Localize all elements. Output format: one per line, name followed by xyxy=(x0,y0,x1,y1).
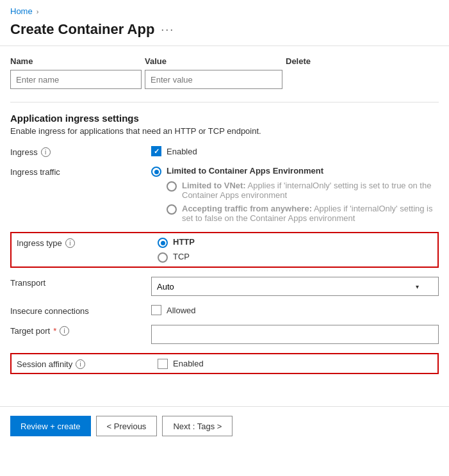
ingress-type-info-icon[interactable]: i xyxy=(65,238,75,248)
type-option-http: HTTP xyxy=(158,237,432,248)
ingress-type-label: Ingress type i xyxy=(17,237,158,248)
ingress-control: Enabled xyxy=(151,146,439,156)
name-field-wrapper xyxy=(10,70,142,89)
table-headers: Name Value Delete xyxy=(10,56,439,66)
target-port-label: Target port * i xyxy=(10,325,151,336)
ingress-enabled-wrapper: Enabled xyxy=(151,146,439,156)
transport-row: Transport Auto ▾ xyxy=(10,277,439,296)
ingress-row: Ingress i Enabled xyxy=(10,146,439,157)
ingress-traffic-row: Ingress traffic Limited to Container App… xyxy=(10,166,439,223)
traffic-radio-group: Limited to Container Apps Environment Li… xyxy=(151,166,439,223)
type-label-http: HTTP xyxy=(173,237,195,247)
value-field-wrapper xyxy=(145,70,282,89)
col-value-header: Value xyxy=(145,56,286,66)
traffic-radio-vnet[interactable] xyxy=(167,181,177,192)
review-create-button[interactable]: Review + create xyxy=(10,416,91,436)
ingress-traffic-label: Ingress traffic xyxy=(10,166,151,177)
target-port-row: Target port * i 80 xyxy=(10,325,439,344)
traffic-option-anywhere: Accepting traffic from anywhere: Applies… xyxy=(167,204,439,223)
traffic-vnet-bold: Limited to VNet: xyxy=(182,181,246,190)
transport-value: Auto xyxy=(157,282,174,291)
session-affinity-row: Session affinity i Enabled xyxy=(10,353,439,374)
footer: Review + create < Previous Next : Tags > xyxy=(0,407,449,445)
session-info-icon[interactable]: i xyxy=(76,359,85,369)
section-divider xyxy=(10,102,439,103)
previous-button[interactable]: < Previous xyxy=(96,416,158,436)
session-affinity-checkbox[interactable] xyxy=(158,359,168,369)
traffic-label-anywhere: Accepting traffic from anywhere: Applies… xyxy=(182,204,439,223)
env-var-row xyxy=(10,70,439,89)
page-title-area: Create Container App ··· xyxy=(0,19,449,45)
ingress-type-row: Ingress type i HTTP TCP xyxy=(10,232,439,268)
insecure-checkbox[interactable] xyxy=(151,305,161,315)
insecure-allowed-label: Allowed xyxy=(167,306,196,315)
traffic-option-vnet: Limited to VNet: Applies if 'internalOnl… xyxy=(167,181,439,200)
ingress-section-desc: Enable ingress for applications that nee… xyxy=(10,126,439,136)
ingress-section-title: Application ingress settings xyxy=(10,113,439,124)
next-button[interactable]: Next : Tags > xyxy=(162,416,233,436)
insecure-control: Allowed xyxy=(151,305,439,315)
session-affinity-control: Enabled xyxy=(158,359,432,369)
type-option-tcp: TCP xyxy=(158,252,432,263)
required-star: * xyxy=(53,326,56,336)
chevron-down-icon: ▾ xyxy=(416,283,419,290)
transport-label: Transport xyxy=(10,277,151,288)
traffic-anywhere-bold: Accepting traffic from anywhere: xyxy=(182,204,312,213)
target-port-info-icon[interactable]: i xyxy=(60,326,69,336)
insecure-label: Insecure connections xyxy=(10,305,151,316)
page-title: Create Container App xyxy=(10,21,154,38)
traffic-option-limited-env: Limited to Container Apps Environment xyxy=(151,166,439,177)
ingress-type-control: HTTP TCP xyxy=(158,237,432,263)
breadcrumb-chevron: › xyxy=(37,8,39,15)
ingress-info-icon[interactable]: i xyxy=(41,147,51,157)
env-vars-table: Name Value Delete xyxy=(10,56,439,89)
type-radio-group: HTTP TCP xyxy=(158,237,432,263)
session-enabled-label: Enabled xyxy=(173,359,204,368)
transport-dropdown-wrapper: Auto ▾ xyxy=(151,277,439,296)
traffic-label-limited-env: Limited to Container Apps Environment xyxy=(167,166,323,176)
name-input[interactable] xyxy=(10,70,142,89)
insecure-row: Insecure connections Allowed xyxy=(10,305,439,316)
traffic-label-vnet: Limited to VNet: Applies if 'internalOnl… xyxy=(182,181,439,200)
traffic-radio-anywhere[interactable] xyxy=(167,204,177,215)
type-radio-http[interactable] xyxy=(158,238,168,248)
target-port-control: 80 xyxy=(151,325,439,344)
transport-dropdown[interactable]: Auto ▾ xyxy=(151,277,439,296)
ingress-enabled-checkbox[interactable] xyxy=(151,146,161,156)
col-delete-header: Delete xyxy=(286,56,337,66)
col-name-header: Name xyxy=(10,56,145,66)
target-port-input[interactable]: 80 xyxy=(151,325,439,344)
ingress-enabled-label: Enabled xyxy=(167,147,197,156)
more-options-icon[interactable]: ··· xyxy=(161,23,174,37)
insecure-wrapper: Allowed xyxy=(151,305,439,315)
session-wrapper: Enabled xyxy=(158,359,432,369)
main-content: Name Value Delete Application ingress se… xyxy=(0,46,449,393)
type-label-tcp: TCP xyxy=(173,252,190,261)
ingress-traffic-control: Limited to Container Apps Environment Li… xyxy=(151,166,439,223)
ingress-label: Ingress i xyxy=(10,146,151,157)
traffic-radio-limited-env[interactable] xyxy=(151,167,161,177)
session-affinity-label: Session affinity i xyxy=(17,358,158,369)
breadcrumb: Home › xyxy=(0,0,449,19)
value-input[interactable] xyxy=(145,70,282,89)
breadcrumb-home-link[interactable]: Home xyxy=(10,6,33,16)
type-radio-tcp[interactable] xyxy=(158,252,168,263)
transport-control: Auto ▾ xyxy=(151,277,439,296)
